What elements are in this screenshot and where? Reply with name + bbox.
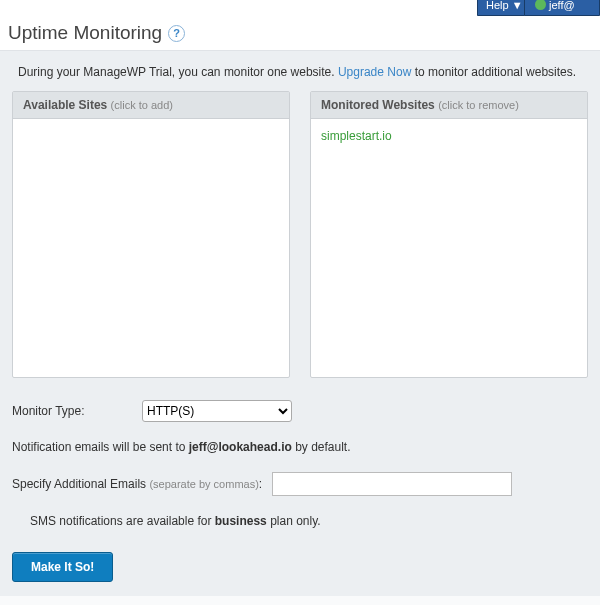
email-default-note: Notification emails will be sent to jeff… — [12, 440, 588, 454]
user-menu-button[interactable]: jeff@ — [524, 0, 600, 16]
sms-note-bold: business — [215, 514, 267, 528]
sms-note-prefix: SMS notifications are available for — [30, 514, 215, 528]
monitored-sites-hint: (click to remove) — [438, 99, 519, 111]
email-note-prefix: Notification emails will be sent to — [12, 440, 189, 454]
email-note-suffix: by default. — [292, 440, 351, 454]
additional-emails-label-text: Specify Additional Emails — [12, 477, 146, 491]
available-sites-header: Available Sites (click to add) — [13, 92, 289, 119]
help-label: Help — [486, 0, 509, 11]
monitored-sites-panel: Monitored Websites (click to remove) sim… — [310, 91, 588, 378]
available-sites-hint: (click to add) — [111, 99, 173, 111]
upgrade-link[interactable]: Upgrade Now — [338, 65, 411, 79]
monitored-sites-header: Monitored Websites (click to remove) — [311, 92, 587, 119]
submit-button[interactable]: Make It So! — [12, 552, 113, 582]
available-sites-list[interactable] — [13, 119, 289, 377]
sms-note-suffix: plan only. — [267, 514, 321, 528]
user-label: jeff@ — [549, 0, 575, 11]
help-menu-button[interactable]: Help ▼ — [477, 0, 525, 16]
additional-emails-label: Specify Additional Emails (separate by c… — [12, 477, 262, 491]
intro-suffix: to monitor additional websites. — [411, 65, 576, 79]
trial-intro: During your ManageWP Trial, you can moni… — [18, 65, 588, 79]
sms-note: SMS notifications are available for busi… — [30, 514, 588, 528]
monitor-type-select[interactable]: HTTP(S) — [142, 400, 292, 422]
monitored-sites-title: Monitored Websites — [321, 98, 435, 112]
chevron-down-icon: ▼ — [512, 0, 523, 11]
help-icon[interactable]: ? — [168, 25, 185, 42]
monitored-sites-list[interactable]: simplestart.io — [311, 119, 587, 377]
additional-emails-hint: (separate by commas) — [149, 478, 258, 490]
available-sites-panel: Available Sites (click to add) — [12, 91, 290, 378]
user-status-icon — [535, 0, 546, 10]
monitor-type-label: Monitor Type: — [12, 404, 142, 418]
email-note-address: jeff@lookahead.io — [189, 440, 292, 454]
page-title: Uptime Monitoring — [8, 22, 162, 44]
intro-prefix: During your ManageWP Trial, you can moni… — [18, 65, 338, 79]
available-sites-title: Available Sites — [23, 98, 107, 112]
additional-emails-input[interactable] — [272, 472, 512, 496]
monitored-site-item[interactable]: simplestart.io — [321, 127, 577, 145]
